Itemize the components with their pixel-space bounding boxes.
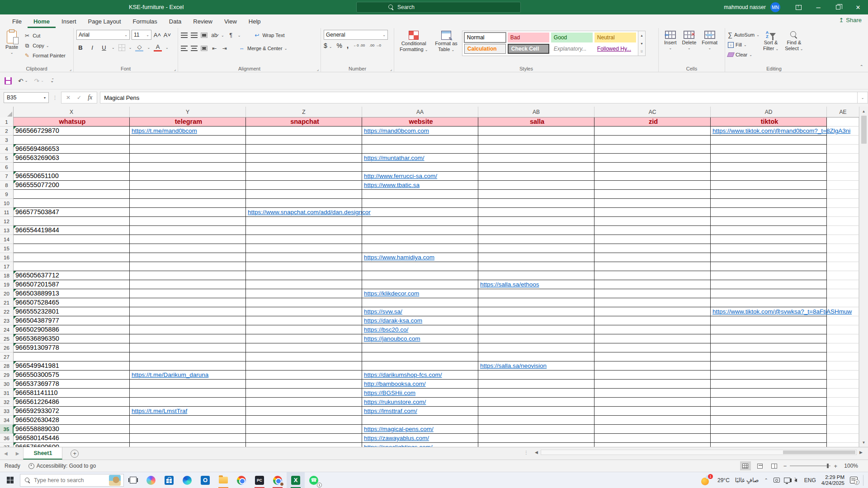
- column-header-Z[interactable]: Z: [246, 107, 362, 117]
- style-normal[interactable]: Normal: [464, 33, 506, 42]
- cell-Y4[interactable]: [130, 145, 246, 154]
- style-explanatory[interactable]: Explanatory...: [551, 44, 593, 54]
- cell-AB18[interactable]: [478, 271, 594, 280]
- cell-AD21[interactable]: [711, 298, 827, 307]
- cell-AD4[interactable]: [711, 145, 827, 154]
- cell-AC3[interactable]: [594, 136, 711, 145]
- cell-X26[interactable]: 966591309778: [14, 343, 130, 352]
- cell-AB36[interactable]: [478, 434, 594, 443]
- cell-AB7[interactable]: [478, 172, 594, 181]
- row-header-31[interactable]: 31: [0, 389, 14, 398]
- borders-button[interactable]: [118, 44, 125, 51]
- cell-AC13[interactable]: [594, 226, 711, 235]
- align-bottom-button[interactable]: [201, 33, 208, 38]
- sheet-tab-sheet1[interactable]: Sheet1: [23, 447, 62, 460]
- cell-X37[interactable]: 966576600600: [14, 443, 130, 447]
- cell-AC23[interactable]: [594, 316, 711, 325]
- cell-AA24[interactable]: https://bsc20.co/: [362, 325, 478, 334]
- cell-AE15[interactable]: [827, 244, 859, 253]
- cell-X5[interactable]: 966563269063: [14, 154, 130, 163]
- cell-AE10[interactable]: [827, 199, 859, 208]
- cell-AD16[interactable]: [711, 253, 827, 262]
- cell-AC27[interactable]: [594, 352, 711, 361]
- cell-X18[interactable]: 966505637712: [14, 271, 130, 280]
- scroll-right-arrow[interactable]: ▶: [857, 450, 865, 455]
- cell-Y17[interactable]: [130, 262, 246, 271]
- task-view-button[interactable]: [124, 472, 142, 488]
- clear-button[interactable]: Clear ⌄: [728, 50, 760, 60]
- cell-Y15[interactable]: [130, 244, 246, 253]
- cell-Y2[interactable]: https://t.me/mand0bcom: [130, 127, 246, 136]
- cell-Z33[interactable]: [246, 407, 362, 416]
- cell-X12[interactable]: [14, 217, 130, 226]
- row-header-20[interactable]: 20: [0, 289, 14, 298]
- cell-AA28[interactable]: [362, 361, 478, 371]
- clipboard-dialog-launcher[interactable]: ⌟: [70, 67, 71, 71]
- cell-AB31[interactable]: [478, 389, 594, 398]
- row-header-5[interactable]: 5: [0, 154, 14, 163]
- cell-AD25[interactable]: [711, 334, 827, 343]
- cell-X2[interactable]: 966566729870: [14, 127, 130, 136]
- hyperlink[interactable]: https://salla.sa/neovision: [478, 361, 547, 370]
- cell-AE9[interactable]: [827, 190, 859, 199]
- cell-AA9[interactable]: [362, 190, 478, 199]
- hyperlink[interactable]: https://mand0bcom.com: [362, 127, 429, 135]
- cell-AC36[interactable]: [594, 434, 711, 443]
- cell-AB33[interactable]: [478, 407, 594, 416]
- cell-Z9[interactable]: [246, 190, 362, 199]
- cell-AB16[interactable]: [478, 253, 594, 262]
- cell-AB20[interactable]: [478, 289, 594, 298]
- cell-Z7[interactable]: [246, 172, 362, 181]
- hyperlink[interactable]: https://www.snapchat.com/add/dan.designc…: [246, 208, 371, 216]
- comma-style-button[interactable]: ,: [347, 42, 349, 50]
- row-header-1[interactable]: 1: [0, 117, 14, 127]
- cell-AA12[interactable]: [362, 217, 478, 226]
- hyperlink[interactable]: https://t.me/LmstTraf: [130, 407, 187, 415]
- cell-X25[interactable]: 966536896350: [14, 334, 130, 343]
- font-size-combo[interactable]: 11⌄: [132, 30, 151, 40]
- cell-AE14[interactable]: [827, 235, 859, 244]
- cancel-entry-button[interactable]: ✕: [66, 94, 71, 101]
- title-search-box[interactable]: Search: [356, 2, 521, 13]
- hyperlink[interactable]: https://klikdecor.com: [362, 289, 419, 298]
- cell-AE11[interactable]: [827, 208, 859, 217]
- microsoft-store-button[interactable]: [160, 472, 178, 488]
- cell-X33[interactable]: 966592933072: [14, 407, 130, 416]
- cell-AC30[interactable]: [594, 380, 711, 389]
- cell-Y35[interactable]: [130, 425, 246, 434]
- format-cells-button[interactable]: Format⌄: [699, 30, 720, 51]
- hidden-icons-chevron[interactable]: ⌃: [764, 478, 768, 483]
- next-sheet-arrow[interactable]: ▶: [12, 451, 24, 456]
- gallery-scroll-up[interactable]: ▲: [638, 31, 645, 39]
- hyperlink[interactable]: https://darak-ksa.com: [362, 316, 422, 325]
- customize-qat-button[interactable]: ⌄̄: [50, 78, 54, 83]
- cell-Y25[interactable]: [130, 334, 246, 343]
- cell-AA35[interactable]: https://magical-pens.com/: [362, 425, 478, 434]
- edge-button[interactable]: [178, 472, 196, 488]
- cell-AC35[interactable]: [594, 425, 711, 434]
- cell-X3[interactable]: [14, 136, 130, 145]
- hyperlink[interactable]: https://lmsttraf.com/: [362, 407, 417, 415]
- cell-AE6[interactable]: [827, 163, 859, 172]
- merge-center-button[interactable]: ⇔Merge & Center ⌄: [238, 43, 287, 53]
- cell-X30[interactable]: 966537369778: [14, 380, 130, 389]
- cell-X27[interactable]: [14, 352, 130, 361]
- cell-AE5[interactable]: [827, 154, 859, 163]
- cell-AC24[interactable]: [594, 325, 711, 334]
- cell-AB4[interactable]: [478, 145, 594, 154]
- notification-center-icon[interactable]: 2: [850, 477, 858, 483]
- prev-sheet-arrow[interactable]: ◀: [0, 451, 12, 456]
- row-header-23[interactable]: 23: [0, 316, 14, 325]
- row-header-36[interactable]: 36: [0, 434, 14, 443]
- volume-tray-icon[interactable]: [794, 479, 797, 482]
- formula-bar-expand-button[interactable]: ⌄: [857, 92, 868, 103]
- hyperlink[interactable]: https://zawayablus.com/: [362, 434, 429, 442]
- row-header-14[interactable]: 14: [0, 235, 14, 244]
- cell-Z25[interactable]: [246, 334, 362, 343]
- hyperlink[interactable]: https://bsc20.co/: [362, 325, 408, 334]
- cell-Z23[interactable]: [246, 316, 362, 325]
- cell-X14[interactable]: [14, 235, 130, 244]
- scroll-down-arrow[interactable]: ▼: [859, 438, 868, 447]
- taskbar-search-input[interactable]: [34, 477, 105, 483]
- row-header-24[interactable]: 24: [0, 325, 14, 334]
